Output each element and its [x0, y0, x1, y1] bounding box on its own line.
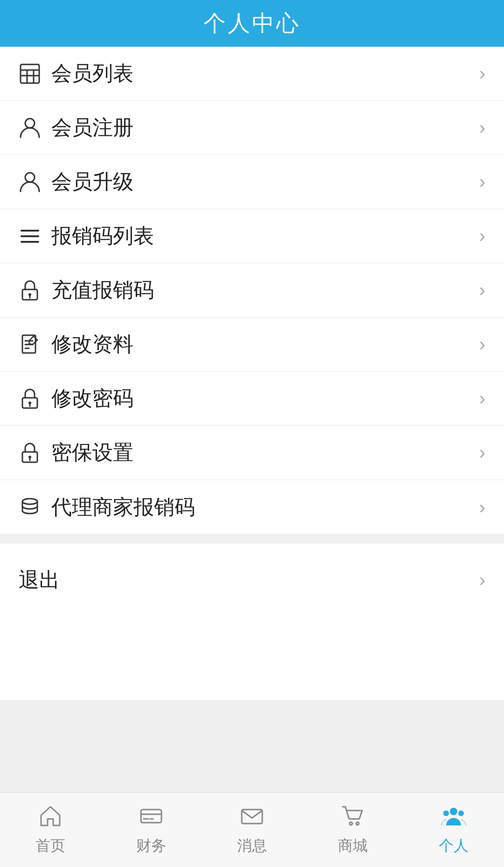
nav-item-shop[interactable]: 商城 — [302, 793, 403, 867]
menu-label-security-settings: 密保设置 — [51, 439, 479, 466]
menu-item-change-password[interactable]: 修改密码 › — [0, 372, 504, 426]
svg-point-29 — [350, 822, 352, 825]
logout-section: 退出 › — [0, 553, 504, 607]
svg-rect-24 — [141, 810, 161, 823]
chevron-icon-reimbursement-list: › — [479, 226, 485, 247]
nav-label-profile: 个人 — [439, 836, 469, 856]
nav-label-home: 首页 — [35, 836, 65, 856]
home-icon — [38, 804, 63, 832]
menu-list: 会员列表 › 会员注册 › 会员升级 › — [0, 47, 504, 700]
bottom-nav: 首页 财务 消息 — [0, 792, 504, 867]
nav-item-profile[interactable]: 个人 — [403, 793, 504, 867]
nav-label-shop: 商城 — [338, 836, 368, 856]
chevron-icon-logout: › — [479, 570, 485, 591]
menu-label-reimbursement-list: 报销码列表 — [51, 222, 479, 250]
menu-item-reimbursement-list[interactable]: 报销码列表 › — [0, 209, 504, 263]
svg-rect-0 — [21, 64, 39, 83]
user-register-icon — [19, 117, 47, 139]
menu-item-agent-reimbursement[interactable]: 代理商家报销码 › — [0, 480, 504, 534]
nav-item-finance[interactable]: 财务 — [101, 793, 202, 867]
chevron-icon-member-register: › — [479, 117, 485, 138]
chevron-icon-agent-reimbursement: › — [479, 497, 485, 518]
table-icon — [19, 63, 47, 85]
menu-item-security-settings[interactable]: 密保设置 › — [0, 426, 504, 480]
svg-rect-28 — [242, 810, 262, 824]
list-icon — [19, 225, 47, 247]
menu-label-logout: 退出 — [19, 566, 479, 594]
lock-recharge-icon — [19, 279, 47, 302]
menu-label-agent-reimbursement: 代理商家报销码 — [51, 493, 479, 521]
menu-item-edit-profile[interactable]: 修改资料 › — [0, 317, 504, 372]
menu-item-member-list[interactable]: 会员列表 › — [0, 47, 504, 101]
lock-password-icon — [19, 388, 47, 410]
cart-icon — [341, 804, 365, 832]
page-title: 个人中心 — [203, 8, 301, 38]
menu-item-recharge-reimbursement[interactable]: 充值报销码 › — [0, 263, 504, 317]
menu-label-member-register: 会员注册 — [51, 114, 479, 141]
chevron-icon-security-settings: › — [479, 442, 485, 463]
svg-point-32 — [443, 811, 449, 816]
menu-label-member-list: 会员列表 — [51, 60, 479, 87]
nav-label-finance: 财务 — [136, 836, 166, 856]
chevron-icon-member-list: › — [479, 63, 485, 84]
nav-item-message[interactable]: 消息 — [202, 793, 302, 867]
menu-label-recharge-reimbursement: 充值报销码 — [51, 276, 479, 304]
svg-point-33 — [458, 811, 464, 816]
menu-item-member-upgrade[interactable]: 会员升级 › — [0, 155, 504, 209]
page-header: 个人中心 — [0, 0, 504, 47]
menu-label-change-password: 修改密码 — [51, 385, 479, 412]
svg-point-5 — [25, 119, 35, 128]
svg-point-31 — [450, 808, 457, 815]
menu-section-main: 会员列表 › 会员注册 › 会员升级 › — [0, 47, 504, 534]
document-icon — [19, 333, 47, 356]
database-icon — [19, 496, 47, 518]
user-upgrade-icon — [19, 171, 47, 193]
menu-item-logout[interactable]: 退出 › — [0, 553, 504, 607]
chevron-icon-change-password: › — [479, 388, 485, 409]
lock-security-icon — [19, 442, 47, 464]
menu-label-edit-profile: 修改资料 — [51, 331, 479, 358]
chevron-icon-edit-profile: › — [479, 334, 485, 355]
menu-item-member-register[interactable]: 会员注册 › — [0, 101, 504, 155]
menu-spacer — [0, 534, 504, 543]
chevron-icon-member-upgrade: › — [479, 171, 485, 192]
mail-icon — [240, 804, 264, 832]
people-icon — [441, 804, 467, 832]
nav-label-message: 消息 — [237, 836, 267, 856]
content-spacer — [0, 700, 504, 793]
svg-point-6 — [25, 173, 35, 182]
chevron-icon-recharge-reimbursement: › — [479, 280, 485, 301]
card-icon — [139, 804, 163, 832]
svg-point-23 — [22, 499, 37, 504]
nav-item-home[interactable]: 首页 — [0, 793, 101, 867]
menu-label-member-upgrade: 会员升级 — [51, 168, 479, 196]
svg-point-30 — [356, 822, 359, 825]
